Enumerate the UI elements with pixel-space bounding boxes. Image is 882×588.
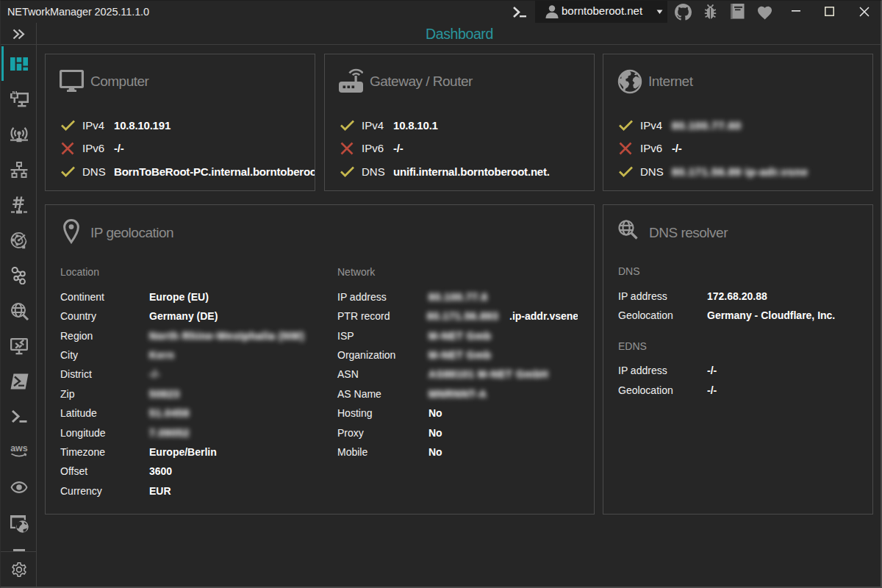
svg-text:aws: aws xyxy=(10,443,28,453)
